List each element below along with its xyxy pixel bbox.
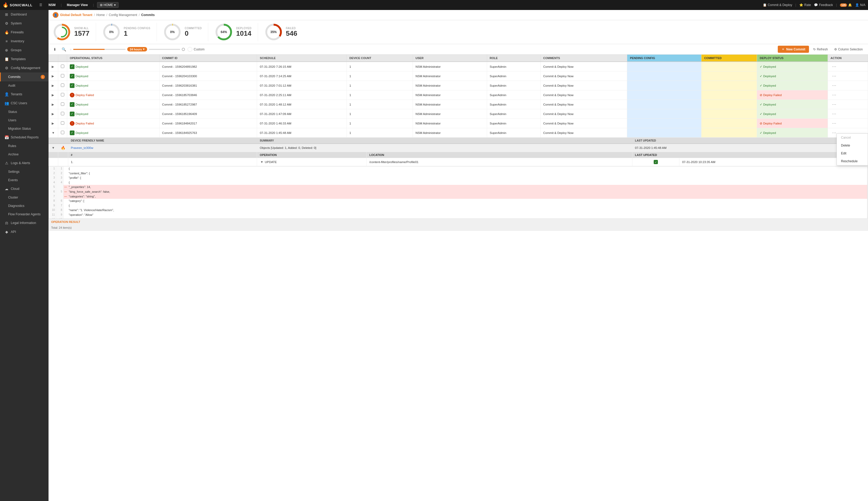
th-role: ROLE [487,55,540,62]
sidebar-item-inventory[interactable]: ≡ Inventory [0,37,48,46]
action-dots-btn[interactable]: ⋯ [831,73,838,79]
row-checkbox[interactable] [61,65,64,68]
filter-btn[interactable]: ⬇ [52,46,58,52]
action-dots-btn[interactable]: ⋯ [831,64,838,70]
home-btn[interactable]: ⊞ HOME ▾ [97,2,119,8]
slider-track[interactable] [73,49,126,50]
context-reschedule[interactable]: Reschedule [837,157,868,165]
context-edit[interactable]: Edit [837,149,868,157]
td-committed [701,90,757,100]
row-checkbox[interactable] [61,131,64,134]
td-comments: Commit & Deploy Now [540,81,627,90]
sidebar-item-audit[interactable]: Audit [0,82,48,90]
sidebar-item-events[interactable]: Events [0,176,48,184]
sidebar-item-cluster[interactable]: Cluster [0,193,48,202]
expand-btn[interactable]: ▶ [51,74,55,78]
sidebar: ⊞ Dashboard ⚙ System 🔥 Firewalls ≡ Inven… [0,10,48,501]
sidebar-item-users[interactable]: Users [0,116,48,125]
refresh-btn[interactable]: ↻ Refresh [811,46,830,52]
menu-toggle[interactable]: ☰ [37,2,44,8]
sidebar-item-archive[interactable]: Archive [0,150,48,159]
sidebar-item-scheduled-reports[interactable]: 📅 Scheduled Reports [0,133,48,142]
time-badge[interactable]: 24 hours ▾ [127,47,147,52]
action-dots-btn[interactable]: ⋯ [831,92,838,98]
op-expand-btn[interactable]: ▼ [260,160,264,164]
sidebar-item-status[interactable]: Status [0,108,48,116]
sidebar-item-legal-information[interactable]: ⚖ Legal Information [0,218,48,227]
code-line: 1 1 { [49,167,867,171]
td-committed [701,128,757,138]
sidebar-item-templates[interactable]: 📋 Templates [0,55,48,64]
sidebar-item-dashboard[interactable]: ⊞ Dashboard [0,10,48,19]
sidebar-item-csc-users[interactable]: 👥 CSC Users [0,99,48,108]
cloud-icon: ☁ [4,187,9,191]
action-dots-btn[interactable]: ⋯ [831,120,838,126]
slider-track-2[interactable] [149,49,180,50]
notifications-link[interactable]: 126 🔔 [840,3,852,7]
sidebar-item-commits[interactable]: Commits 1 [0,73,48,82]
table-row: ▶ ! Deploy Failed Commit - 1596184842017… [48,119,868,128]
td-commit-id: Commit - 1596185703846 [159,90,257,100]
row-checkbox[interactable] [61,112,64,115]
line-content: "_properties": 14, [68,185,92,190]
line-num-new: 2 [56,171,64,176]
sidebar-item-diagnostics[interactable]: Diagnostics [0,202,48,210]
sidebar-item-logs-alerts[interactable]: ⚠ Logs & Alerts [0,159,48,168]
td-comments: Commit & Deploy Now [540,109,627,119]
manager-view-btn[interactable]: Manager View [65,2,90,8]
sidebar-item-api[interactable]: ◆ API [0,227,48,236]
rate-link[interactable]: ⭐ Rate [799,3,811,7]
nsm-btn[interactable]: NSM [46,2,58,8]
sidebar-item-migration-status[interactable]: Migration Status [0,125,48,133]
expand-btn[interactable]: ▶ [51,111,55,116]
sidebar-item-flow-forwarder-agents[interactable]: Flow Forwarder Agents [0,210,48,218]
feedback-link[interactable]: 💬 Feedback [814,3,833,7]
sidebar-item-groups[interactable]: ⊕ Groups [0,46,48,55]
device-link[interactable]: Praveen_tz300w [71,146,94,149]
expand-btn[interactable]: ▶ [51,64,55,69]
row-checkbox[interactable] [61,93,64,96]
td-committed [701,109,757,119]
status-icon-green: ✓ [70,83,75,88]
row-checkbox[interactable] [61,121,64,125]
breadcrumb-config[interactable]: Config Management [109,13,137,17]
line-num-old: 5 [49,185,56,190]
sidebar-item-settings[interactable]: Settings [0,168,48,176]
search-btn[interactable]: 🔍 [60,46,68,52]
sidebar-item-tenants[interactable]: 👤 Tenants [0,90,48,99]
sidebar-item-cloud[interactable]: ☁ Cloud [0,184,48,193]
context-delete[interactable]: Delete [837,141,868,149]
td-checkbox [58,109,67,119]
commit-deploy-link[interactable]: 📋 Commit & Deploy [763,3,792,7]
expand-btn[interactable]: ▶ [51,102,55,107]
sidebar-item-system[interactable]: ⚙ System [0,19,48,28]
row-checkbox[interactable] [61,103,64,106]
row-checkbox[interactable] [61,84,64,87]
new-commit-btn[interactable]: ＋ New Commit [778,46,809,53]
action-dots-btn[interactable]: ⋯ [831,83,838,88]
expand-btn[interactable]: ▶ [51,93,55,97]
line-num-new [56,185,64,190]
expand-btn[interactable]: ▶ [51,121,55,126]
breadcrumb-home[interactable]: Home [96,13,105,17]
total-label: Total: 24 item(s) [48,225,867,230]
action-dots-btn[interactable]: ⋯ [831,102,838,107]
user-link[interactable]: 👤 N/A [855,3,865,7]
slider-end-dot[interactable] [182,48,185,51]
sidebar-item-rules[interactable]: Rules [0,142,48,150]
expand-btn[interactable]: ▼ [51,130,55,135]
row-checkbox[interactable] [61,74,64,77]
expand-btn[interactable]: ▶ [51,83,55,88]
status-icon-green: ✓ [70,102,75,107]
custom-circle-btn[interactable] [188,47,192,52]
action-dots-btn[interactable]: ⋯ [831,111,838,117]
commits-badge: 1 [41,75,45,79]
tenant-breadcrumb: 👤 Global Default Tenant [53,12,92,18]
code-row: 1 1 { 2 2 "content_filter": { 3 3 "profi… [48,166,868,231]
custom-label[interactable]: Custom [194,47,205,51]
sidebar-item-config-management[interactable]: ⚙ Config Management [0,64,48,73]
sidebar-item-firewalls[interactable]: 🔥 Firewalls [0,28,48,37]
column-selection-btn[interactable]: ⚙ Column Selection [832,46,865,52]
td-device-count: 1 [347,90,413,100]
device-expand-btn[interactable]: ▼ [51,146,55,150]
